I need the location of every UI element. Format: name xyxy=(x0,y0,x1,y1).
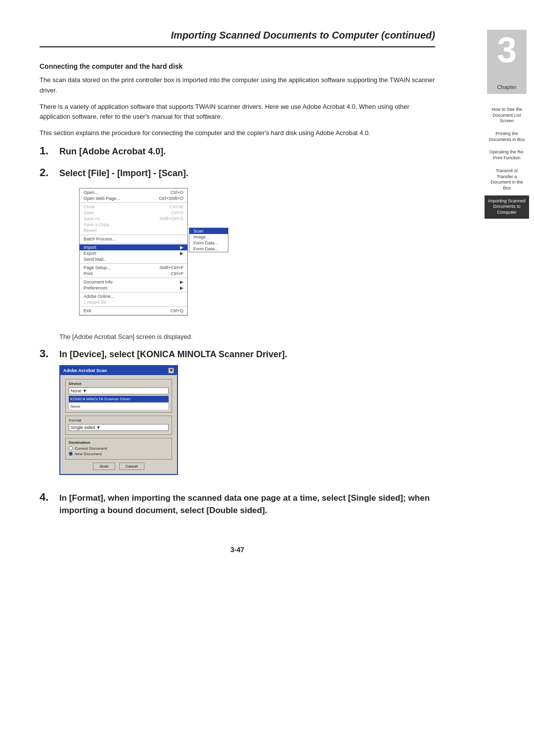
menu-item-exit: ExitCtrl+Q xyxy=(80,308,187,314)
right-sidebar: 3 Chapter How to See the Document List S… xyxy=(480,0,534,756)
page-header: Importing Scanned Documents to Computer … xyxy=(40,30,435,47)
step-1-text: Run [Adobe Acrobat 4.0]. xyxy=(59,146,166,157)
radio-new-doc-label: New Document xyxy=(75,452,102,456)
submenu-scan[interactable]: Scan xyxy=(189,228,228,234)
menu-item-export: Export▶ xyxy=(80,250,187,256)
dialog-device-konica-option[interactable]: KONICA MINOLTA Scanner Driver xyxy=(69,396,169,402)
step-1: 1. Run [Adobe Acrobat 4.0]. xyxy=(40,144,435,157)
step-1-num: 1. xyxy=(40,144,54,157)
dialog-body: Device None ▼ KONICA MINOLTA Scanner Dri… xyxy=(60,375,177,474)
chapter-label: Chapter xyxy=(497,84,516,90)
sidebar-item-how-to-see[interactable]: How to See the Document List Screen xyxy=(485,104,529,127)
import-submenu: Scan Image... Form Data... Form Data... xyxy=(189,228,228,252)
dialog-device-none-option[interactable]: None ▼ xyxy=(69,387,169,394)
menu-item-print: PrintCtrl+P xyxy=(80,271,187,277)
dialog-title: Adobe Acrobat Scan xyxy=(63,368,107,373)
page-title: Importing Scanned Documents to Computer … xyxy=(40,30,435,41)
sidebar-item-importing[interactable]: Importing Scanned Documents to Computer xyxy=(485,195,529,219)
sidebar-item-printing[interactable]: Printing the Documents in Box xyxy=(485,128,529,145)
body-para-3: This section explains the procedure for … xyxy=(40,128,435,139)
acrobat-scan-caption: The [Adobe Acrobat Scan] screen is displ… xyxy=(59,332,435,342)
step-3: 3. In [Device], select [KONICA MINOLTA S… xyxy=(40,347,435,475)
step-3-text: In [Device], select [KONICA MINOLTA Scan… xyxy=(59,349,287,360)
dialog-device-group: Device None ▼ KONICA MINOLTA Scanner Dri… xyxy=(65,379,172,413)
menu-item-docinfo: Document Info▶ xyxy=(80,279,187,285)
page-container: 3 Chapter How to See the Document List S… xyxy=(0,0,534,756)
menu-item-close: CloseCtrl+W xyxy=(80,204,187,210)
dialog-format-group: Format Single sided ▼ xyxy=(65,416,172,435)
body-para-2: There is a variety of application softwa… xyxy=(40,102,435,123)
section-heading: Connecting the computer and the hard dis… xyxy=(40,62,435,70)
main-content: Importing Scanned Documents to Computer … xyxy=(40,30,435,554)
dialog-device-label: Device xyxy=(69,381,169,386)
chapter-badge: 3 Chapter xyxy=(487,30,527,94)
dialog-button-row: Scan Cancel xyxy=(65,463,172,470)
menu-item-import[interactable]: Import▶ xyxy=(80,244,187,250)
submenu-image: Image... xyxy=(189,234,228,240)
dialog-destination-label: Destination xyxy=(69,440,169,445)
dialog-format-label: Format xyxy=(69,418,169,423)
menu-item-open: Open...Ctrl+O xyxy=(80,189,187,195)
step-3-num: 3. xyxy=(40,347,54,360)
step-4: 4. In [Format], when importing the scann… xyxy=(40,484,435,521)
acrobat-scan-dialog: Adobe Acrobat Scan ✕ Device None ▼ KONIC… xyxy=(59,365,178,475)
dialog-scan-button[interactable]: Scan xyxy=(93,463,115,470)
menu-item-adobe-online: Adobe Online... xyxy=(80,293,187,299)
dialog-format-select[interactable]: Single sided ▼ xyxy=(69,424,169,431)
menu-item-sendmail: Send Mail... xyxy=(80,256,187,262)
dialog-destination-current[interactable]: Current Document xyxy=(69,446,169,451)
page-number: 3-47 xyxy=(40,541,435,554)
menu-item-pagesetup: Page Setup...Shift+Ctrl+P xyxy=(80,265,187,271)
radio-current-doc-label: Current Document xyxy=(75,446,107,451)
menu-item-recent: 1 recent file xyxy=(80,299,187,305)
dialog-destination-group: Destination Current Document New Documen… xyxy=(65,438,172,460)
sidebar-nav: How to See the Document List Screen Prin… xyxy=(485,104,529,219)
sidebar-item-reprint[interactable]: Operating the Re-Print Function xyxy=(485,146,529,164)
dialog-cancel-button[interactable]: Cancel xyxy=(119,463,144,470)
step-4-num: 4. xyxy=(40,491,54,504)
file-menu-screenshot: Open...Ctrl+O Open Web Page...Ctrl+Shift… xyxy=(79,188,188,316)
dialog-titlebar: Adobe Acrobat Scan ✕ xyxy=(60,366,177,375)
radio-current-doc[interactable] xyxy=(69,446,73,450)
body-para-1: The scan data stored on the print contro… xyxy=(40,75,435,96)
menu-item-save-copy: Save a Copy... xyxy=(80,222,187,228)
submenu-formdata2: Form Data... xyxy=(189,246,228,252)
dialog-device-none2-option[interactable]: None xyxy=(69,403,169,410)
step-2-num: 2. xyxy=(40,166,54,179)
dialog-destination-new[interactable]: New Document xyxy=(69,452,169,456)
menu-item-prefs: Preferences▶ xyxy=(80,285,187,291)
menu-item-revert: Revert xyxy=(80,228,187,234)
menu-item-saveas: Save AsShift+Ctrl+S xyxy=(80,216,187,222)
submenu-formdata: Form Data... xyxy=(189,240,228,246)
step-2-text: Select [File] - [Import] - [Scan]. xyxy=(59,168,188,179)
chapter-number: 3 xyxy=(487,32,527,68)
dialog-close-button[interactable]: ✕ xyxy=(168,368,174,374)
menu-item-open-web: Open Web Page...Ctrl+Shift+O xyxy=(80,195,187,201)
menu-item-save: SaveCtrl+S xyxy=(80,210,187,216)
sidebar-item-transmit[interactable]: Transmit or Transfer a Document in the B… xyxy=(485,165,529,194)
step-4-text: In [Format], when importing the scanned … xyxy=(59,492,435,517)
radio-new-doc[interactable] xyxy=(69,452,73,456)
step-2: 2. Select [File] - [Import] - [Scan]. Op… xyxy=(40,166,435,323)
menu-item-batch: Batch Process... xyxy=(80,236,187,242)
